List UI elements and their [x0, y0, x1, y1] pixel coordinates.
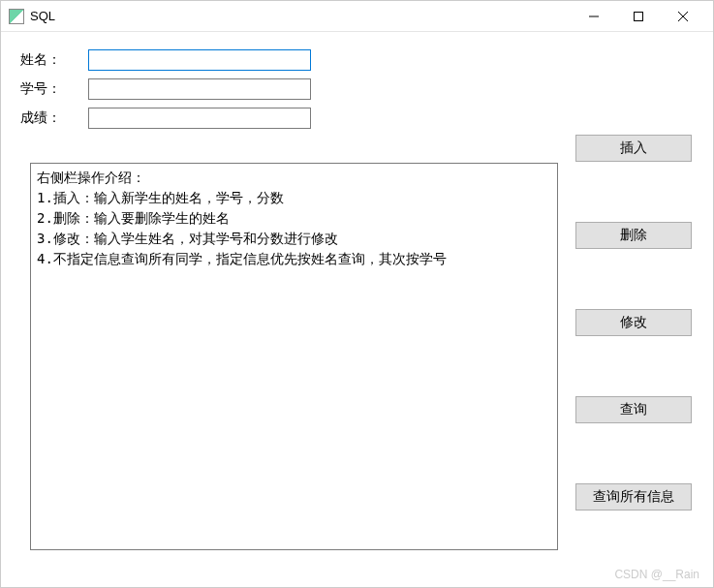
maximize-button[interactable]: [616, 2, 661, 31]
delete-button[interactable]: 删除: [575, 222, 692, 249]
input-score[interactable]: [88, 108, 311, 129]
input-student-id[interactable]: [88, 78, 311, 100]
output-textarea[interactable]: 右侧栏操作介绍： 1.插入：输入新学生的姓名，学号，分数 2.删除：输入要删除学…: [30, 163, 558, 550]
label-score: 成绩：: [20, 109, 88, 127]
window-title: SQL: [30, 9, 572, 23]
row-score: 成绩：: [20, 108, 694, 129]
title-bar: SQL: [1, 1, 713, 32]
side-buttons: 插入 删除 修改 查询 查询所有信息: [575, 135, 692, 511]
app-icon: [9, 9, 24, 24]
window-controls: [572, 2, 705, 31]
update-button[interactable]: 修改: [575, 309, 692, 336]
query-button[interactable]: 查询: [575, 396, 692, 423]
query-all-button[interactable]: 查询所有信息: [575, 483, 692, 511]
minimize-button[interactable]: [572, 2, 616, 31]
insert-button[interactable]: 插入: [575, 135, 692, 162]
row-name: 姓名：: [20, 49, 694, 71]
label-name: 姓名：: [20, 51, 88, 69]
label-student-id: 学号：: [20, 80, 88, 98]
svg-rect-1: [635, 12, 643, 20]
form-rows: 姓名： 学号： 成绩：: [20, 49, 694, 129]
row-student-id: 学号：: [20, 78, 694, 100]
watermark: CSDN @__Rain: [614, 568, 699, 581]
input-name[interactable]: [88, 49, 311, 71]
client-area: 姓名： 学号： 成绩： 右侧栏操作介绍： 1.插入：输入新学生的姓名，学号，分数…: [1, 32, 713, 587]
close-button[interactable]: [661, 2, 705, 31]
